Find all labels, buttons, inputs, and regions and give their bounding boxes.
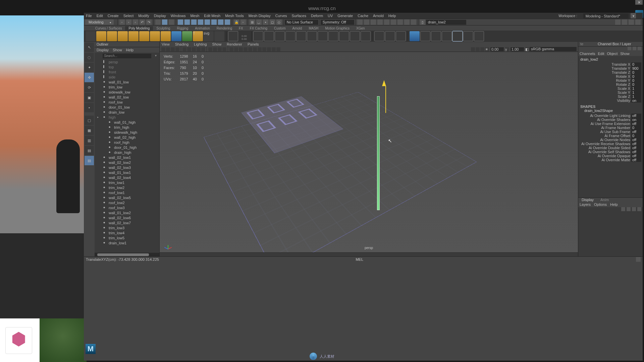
channel-value[interactable]: off <box>631 138 641 142</box>
close-icon[interactable]: ✕ <box>635 0 643 5</box>
colorspace-dropdown[interactable]: sRGB gamma <box>530 47 577 51</box>
channel-row[interactable]: Ai Override Double Sidedoff <box>580 146 641 150</box>
object-icon[interactable] <box>214 31 224 41</box>
sidebar-toggle-icon[interactable] <box>622 19 627 25</box>
target-weld-icon[interactable] <box>361 31 371 41</box>
viewport-menu-renderer[interactable]: Renderer <box>227 42 242 46</box>
outliner-item[interactable]: roof_high <box>95 140 159 145</box>
gamma-field[interactable]: 1.00 <box>511 47 524 51</box>
viewport-menu-show[interactable]: Show <box>212 42 222 46</box>
quad-draw-icon[interactable] <box>374 31 384 41</box>
tool-icon[interactable] <box>474 31 484 41</box>
tool-icon[interactable] <box>364 19 369 25</box>
extrude-icon[interactable] <box>285 31 296 41</box>
channel-row[interactable]: Rotate Y0 <box>580 78 641 82</box>
crease-icon[interactable] <box>396 31 406 41</box>
move-tool-icon[interactable]: ✥ <box>85 73 94 82</box>
outliner-item[interactable]: wall_02_low4 <box>95 175 159 180</box>
channel-value[interactable]: off <box>631 158 641 162</box>
selected-drain-mesh[interactable] <box>377 96 380 210</box>
undo-icon[interactable]: ↶ <box>140 19 145 25</box>
vp-tool-icon[interactable] <box>262 47 266 51</box>
colorspace-icon[interactable]: ◧ <box>525 47 529 51</box>
outliner-menu-display[interactable]: Display <box>97 48 109 52</box>
vp-tool-icon[interactable] <box>253 47 257 51</box>
poly-type-icon[interactable]: T <box>193 31 203 41</box>
outliner-item[interactable]: door_01_low <box>95 105 159 110</box>
menu-mesh-display[interactable]: Mesh Display <box>249 14 271 18</box>
poly-disc-icon[interactable] <box>161 31 171 41</box>
outliner-item[interactable]: wall_01_high <box>95 120 159 125</box>
menu-uv[interactable]: UV <box>328 14 333 18</box>
outliner-item[interactable]: roof_low3 <box>95 205 159 210</box>
sidebar-toggle-icon[interactable] <box>629 19 634 25</box>
menu-create[interactable]: Create <box>108 14 119 18</box>
shelf-tab-curves-surfaces[interactable]: Curves / Surfaces <box>92 26 125 31</box>
channel-row[interactable]: Scale X1 <box>580 86 641 90</box>
outliner-item[interactable]: roof_low2 <box>95 200 159 205</box>
channel-row[interactable]: Ai Use Sub Frameoff <box>580 130 641 134</box>
vp-tool-icon[interactable] <box>239 47 243 51</box>
poly-platonic-icon[interactable] <box>171 31 181 41</box>
menu-edit-mesh[interactable]: Edit Mesh <box>204 14 220 18</box>
menu-display[interactable]: Display <box>154 14 166 18</box>
vp-tool-icon[interactable] <box>476 47 480 51</box>
sel-mask-icon[interactable] <box>225 19 230 25</box>
maya-taskbar-icon[interactable]: M <box>86 344 96 354</box>
channel-value[interactable]: off <box>631 114 641 118</box>
vp-tool-icon[interactable] <box>182 47 186 51</box>
sel-mask-icon[interactable] <box>184 19 190 25</box>
outliner-item[interactable]: wall_02_low5 <box>95 195 159 200</box>
svg-icon[interactable]: svg <box>204 31 214 41</box>
channel-row[interactable]: Ai Override Opaqueoff <box>580 154 641 158</box>
outliner-item[interactable]: sidewalk_high <box>95 130 159 135</box>
layer-icon[interactable] <box>627 207 631 211</box>
channel-row[interactable]: Ai Override Matteoff <box>580 158 641 162</box>
paint-select-icon[interactable]: ✦ <box>85 63 94 72</box>
viewport-menu-lighting[interactable]: Lighting <box>194 42 207 46</box>
symmetry-field[interactable]: Symmetry: Off <box>321 20 354 25</box>
menu-select[interactable]: Select <box>123 14 134 18</box>
channel-value[interactable]: off <box>631 130 641 134</box>
channel-value[interactable]: 0 <box>631 74 641 78</box>
bevel-icon[interactable] <box>307 31 317 41</box>
channelbox-menu-show[interactable]: Show <box>620 52 630 56</box>
channel-row[interactable]: Ai Override Shaderson <box>580 118 641 122</box>
channel-row[interactable]: Scale Y1 <box>580 90 641 95</box>
vp-tool-icon[interactable] <box>218 47 222 51</box>
last-tool-icon[interactable]: • <box>85 103 94 112</box>
snap-point-icon[interactable]: • <box>263 19 268 25</box>
menu-windows[interactable]: Windows <box>171 14 186 18</box>
two-side-icon[interactable]: ▥ <box>85 136 94 145</box>
channel-value[interactable]: on <box>631 99 641 103</box>
shelf-tab-arnold[interactable]: Arnold <box>289 26 305 31</box>
channel-value[interactable]: 1 <box>631 95 641 99</box>
script-editor-icon[interactable] <box>636 257 641 262</box>
icon[interactable] <box>638 47 641 50</box>
vp-tool-icon[interactable] <box>175 47 179 51</box>
outliner-item[interactable]: trim_high <box>95 125 159 130</box>
menu-generate[interactable]: Generate <box>337 14 353 18</box>
tool-icon[interactable] <box>420 31 430 41</box>
icon[interactable] <box>628 47 631 50</box>
booleans-icon[interactable] <box>275 31 285 41</box>
channel-row[interactable]: Translate Z0 <box>580 70 641 74</box>
outliner-item[interactable]: wall_02_low1 <box>95 155 159 160</box>
outliner-menu-help[interactable]: Help <box>126 48 134 52</box>
vp-tool-icon[interactable] <box>201 47 205 51</box>
icon[interactable] <box>633 47 636 50</box>
channel-value[interactable]: 0 <box>631 82 641 86</box>
tool-icon[interactable] <box>397 19 403 25</box>
scrollbar-thumb[interactable] <box>97 253 149 256</box>
shelf-menu-icon[interactable] <box>86 31 96 41</box>
move-gizmo-y-arrow-icon[interactable] <box>382 80 386 86</box>
vp-tool-icon[interactable] <box>222 47 226 51</box>
vp-tool-icon[interactable] <box>244 47 248 51</box>
layer-menu-layers[interactable]: Layers <box>580 202 591 207</box>
sel-mask-icon[interactable] <box>191 19 197 25</box>
outliner-tree[interactable]: persptopfrontsidewall_01_lowtrim_lowside… <box>95 59 159 253</box>
viewport-menu-shading[interactable]: Shading <box>175 42 189 46</box>
tool-icon[interactable] <box>384 19 389 25</box>
menu-set-dropdown[interactable]: Modeling <box>85 19 114 25</box>
shelf-tab-custom[interactable]: Custom <box>271 26 289 31</box>
